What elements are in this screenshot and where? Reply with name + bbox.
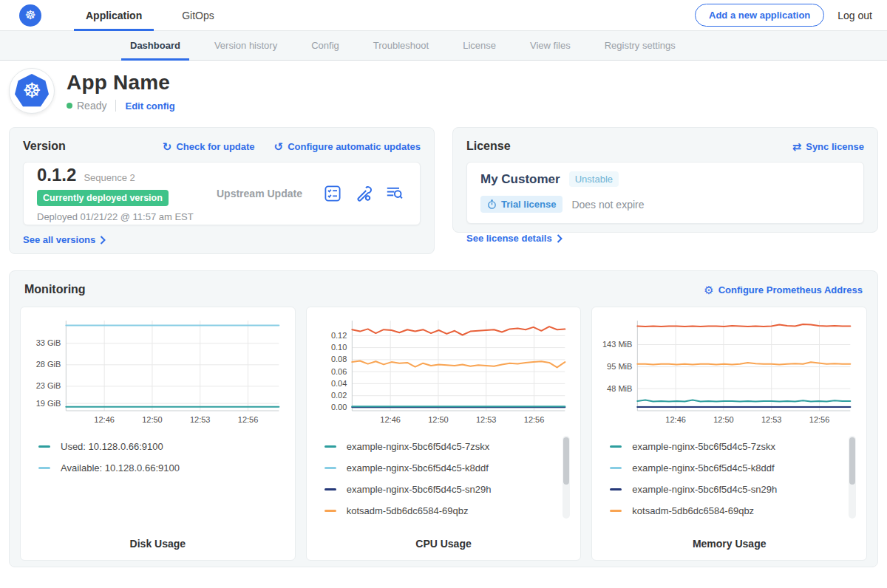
legend-scrollbar-track bbox=[849, 436, 856, 519]
svg-text:12:46: 12:46 bbox=[666, 415, 687, 424]
cpu-usage-legend: example-nginx-5bc6f5d4c5-7zskx example-n… bbox=[314, 434, 574, 533]
app-title-block: App Name Ready Edit config bbox=[67, 68, 175, 112]
svg-text:0.04: 0.04 bbox=[331, 379, 347, 388]
legend-dash-icon bbox=[324, 510, 336, 512]
gear-icon: ⚙ bbox=[704, 284, 713, 295]
channel-badge: Unstable bbox=[569, 171, 619, 187]
customer-row: My Customer Unstable bbox=[480, 171, 850, 187]
memory-usage-chart: 143 MiB95 MiB48 MiB12:4612:5012:5312:56 bbox=[599, 315, 859, 427]
version-card-actions: ↻ Check for update ↺ Configure automatic… bbox=[163, 141, 421, 152]
customer-name: My Customer bbox=[480, 172, 560, 187]
svg-text:12:56: 12:56 bbox=[523, 415, 544, 424]
svg-text:0.12: 0.12 bbox=[331, 331, 347, 340]
app-status-row: Ready Edit config bbox=[67, 100, 175, 112]
version-number-row: 0.1.2 Sequence 2 bbox=[37, 165, 196, 185]
legend-label: example-nginx-5bc6f5d4c5-k8ddf bbox=[347, 462, 489, 474]
kubernetes-logo-icon: ☸ bbox=[19, 4, 41, 27]
tab-license[interactable]: License bbox=[463, 31, 496, 60]
license-type-row: Trial license Does not expire bbox=[480, 196, 850, 213]
tab-application-label: Application bbox=[86, 10, 142, 21]
tab-version-history[interactable]: Version history bbox=[214, 31, 277, 60]
tab-application[interactable]: Application bbox=[84, 0, 143, 30]
tab-config[interactable]: Config bbox=[311, 31, 339, 60]
disk-usage-legend: Used: 10.128.0.66:9100 Available: 10.128… bbox=[28, 434, 288, 533]
svg-text:0.10: 0.10 bbox=[331, 343, 347, 352]
svg-text:12:50: 12:50 bbox=[428, 415, 449, 424]
license-card: License ⇄ Sync license My Customer Unsta… bbox=[452, 127, 878, 233]
chart-title: Memory Usage bbox=[599, 533, 859, 551]
svg-text:12:46: 12:46 bbox=[380, 415, 401, 424]
legend-dash-icon bbox=[610, 488, 622, 490]
disk-usage-chart: 33 GiB28 GiB23 GiB19 GiB12:4612:5012:531… bbox=[28, 315, 288, 427]
configure-prometheus-link[interactable]: ⚙ Configure Prometheus Address bbox=[704, 284, 863, 295]
legend-item: Used: 10.128.0.66:9100 bbox=[38, 436, 288, 457]
top-nav-right: Add a new application Log out bbox=[695, 4, 872, 27]
legend-label: kotsadm-5db6dc6584-69qbz bbox=[347, 505, 469, 516]
legend-item: example-nginx-5bc6f5d4c5-sn29h bbox=[610, 479, 859, 500]
svg-text:48 MiB: 48 MiB bbox=[607, 384, 632, 393]
monitoring-actions: ⚙ Configure Prometheus Address bbox=[704, 284, 863, 295]
chart-title: CPU Usage bbox=[314, 533, 574, 551]
legend-scrollbar-thumb[interactable] bbox=[849, 437, 855, 485]
divider bbox=[115, 100, 116, 112]
legend-scrollbar-track bbox=[563, 436, 570, 519]
tab-gitops-label: GitOps bbox=[182, 10, 214, 21]
version-number: 0.1.2 bbox=[37, 165, 76, 185]
legend-dash-icon bbox=[610, 510, 622, 512]
app-sub-nav: Dashboard Version history Config Trouble… bbox=[0, 31, 887, 61]
check-for-update-link[interactable]: ↻ Check for update bbox=[163, 141, 255, 152]
chevron-right-icon bbox=[100, 236, 106, 245]
page-title: App Name bbox=[67, 71, 175, 95]
legend-label: example-nginx-5bc6f5d4c5-7zskx bbox=[347, 441, 490, 452]
legend-item: example-nginx-5bc6f5d4c5-sn29h bbox=[324, 479, 574, 500]
app-avatar: ☸ bbox=[9, 68, 55, 114]
legend-item: example-nginx-5bc6f5d4c5-7zskx bbox=[324, 436, 574, 457]
tab-gitops[interactable]: GitOps bbox=[180, 0, 216, 30]
monitoring-title: Monitoring bbox=[24, 283, 86, 296]
monitoring-header: Monitoring ⚙ Configure Prometheus Addres… bbox=[20, 283, 867, 296]
legend-item: kotsadm-5db6dc6584-69qbz bbox=[610, 500, 859, 522]
edit-config-link[interactable]: Edit config bbox=[125, 100, 174, 112]
edit-config-wrench-icon[interactable] bbox=[355, 185, 373, 202]
legend-dash-icon bbox=[610, 467, 622, 469]
see-all-versions-link[interactable]: See all versions bbox=[23, 234, 106, 245]
svg-text:0.02: 0.02 bbox=[331, 391, 347, 400]
svg-text:19 GiB: 19 GiB bbox=[36, 399, 61, 408]
legend-scrollbar-thumb[interactable] bbox=[563, 437, 569, 485]
tab-registry-settings[interactable]: Registry settings bbox=[605, 31, 676, 60]
svg-text:95 MiB: 95 MiB bbox=[607, 362, 632, 371]
add-application-button[interactable]: Add a new application bbox=[695, 4, 824, 27]
license-card-header: License ⇄ Sync license bbox=[466, 140, 864, 153]
license-card-title: License bbox=[466, 140, 511, 153]
tab-troubleshoot[interactable]: Troubleshoot bbox=[373, 31, 429, 60]
svg-text:12:56: 12:56 bbox=[809, 415, 830, 424]
tab-dashboard[interactable]: Dashboard bbox=[130, 31, 180, 60]
charts-row: 33 GiB28 GiB23 GiB19 GiB12:4612:5012:531… bbox=[20, 307, 867, 561]
svg-text:12:46: 12:46 bbox=[94, 415, 115, 424]
configure-automatic-updates-link[interactable]: ↺ Configure automatic updates bbox=[274, 141, 421, 152]
see-all-versions-label: See all versions bbox=[23, 234, 95, 245]
legend-label: example-nginx-5bc6f5d4c5-k8ddf bbox=[632, 462, 774, 474]
top-nav-tabs: Application GitOps bbox=[84, 0, 253, 30]
version-card: Version ↻ Check for update ↺ Configure a… bbox=[9, 127, 435, 254]
legend-item: example-nginx-5bc6f5d4c5-7zskx bbox=[610, 436, 859, 457]
svg-text:143 MiB: 143 MiB bbox=[602, 340, 632, 349]
legend-label: kotsadm-5db6dc6584-69qbz bbox=[632, 505, 754, 516]
version-card-title: Version bbox=[23, 140, 66, 153]
logout-button[interactable]: Log out bbox=[837, 10, 872, 21]
tab-view-files[interactable]: View files bbox=[530, 31, 571, 60]
sync-license-link[interactable]: ⇄ Sync license bbox=[792, 141, 864, 152]
version-action-icons bbox=[324, 185, 404, 202]
memory-usage-chart-card: 143 MiB95 MiB48 MiB12:4612:5012:5312:56 … bbox=[591, 307, 867, 561]
version-source: Upstream Update bbox=[217, 188, 302, 199]
deployed-timestamp: Deployed 01/21/22 @ 11:57 am EST bbox=[37, 211, 196, 222]
legend-item: example-nginx-5bc6f5d4c5-k8ddf bbox=[324, 457, 574, 479]
see-license-details-link[interactable]: See license details bbox=[466, 233, 563, 244]
top-nav: ☸ Application GitOps Add a new applicati… bbox=[0, 0, 887, 31]
schedule-icon: ↺ bbox=[274, 141, 284, 152]
preflight-checks-icon[interactable] bbox=[324, 185, 341, 202]
view-logs-icon[interactable] bbox=[386, 185, 404, 202]
legend-dash-icon bbox=[38, 445, 50, 448]
legend-label: example-nginx-5bc6f5d4c5-sn29h bbox=[347, 484, 492, 495]
legend-label: Available: 10.128.0.66:9100 bbox=[61, 462, 180, 474]
